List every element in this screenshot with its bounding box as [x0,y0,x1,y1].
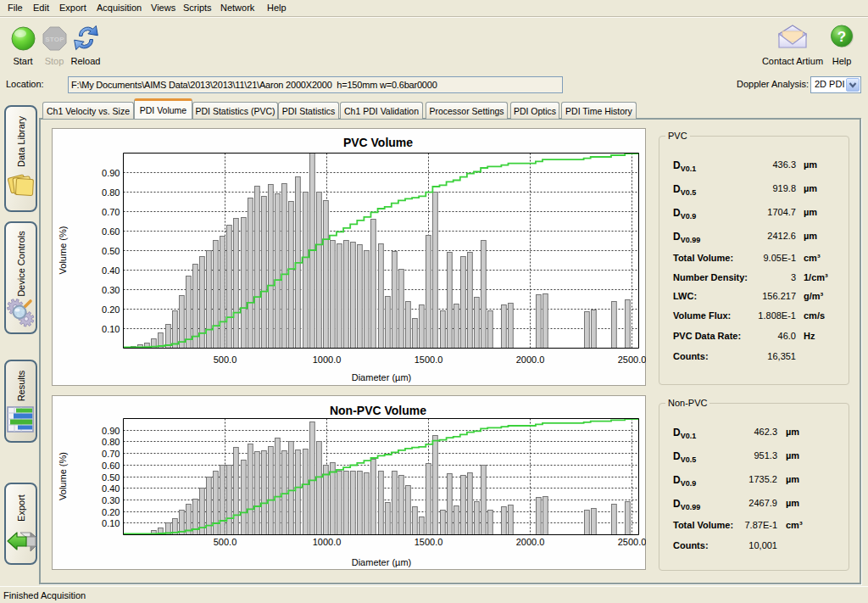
svg-text:0.40: 0.40 [102,483,120,494]
svg-text:STOP: STOP [45,36,64,43]
svg-text:0.50: 0.50 [102,472,120,483]
svg-text:0.10: 0.10 [102,324,120,334]
svg-text:0.70: 0.70 [102,207,120,217]
svg-text:2500.0: 2500.0 [618,537,646,547]
svg-text:1000.0: 1000.0 [313,355,342,365]
svg-text:0.30: 0.30 [102,285,120,295]
svg-text:0.90: 0.90 [102,426,120,436]
svg-text:Diameter (µm): Diameter (µm) [352,372,412,382]
svg-text:500.0: 500.0 [214,355,237,365]
svg-text:Diameter (µm): Diameter (µm) [352,557,412,567]
svg-text:2000.0: 2000.0 [516,537,545,547]
svg-text:0.80: 0.80 [102,187,120,198]
svg-text:500.0: 500.0 [214,537,237,547]
svg-text:1500.0: 1500.0 [415,355,443,365]
svg-text:Volume (%): Volume (%) [58,226,68,275]
svg-text:Non-PVC Volume: Non-PVC Volume [330,404,426,417]
svg-text:1500.0: 1500.0 [415,537,443,547]
svg-text:Volume (%): Volume (%) [58,452,68,500]
svg-text:0.50: 0.50 [102,246,120,256]
svg-text:0.30: 0.30 [102,495,120,505]
svg-text:0.20: 0.20 [102,507,120,517]
svg-text:0.80: 0.80 [102,437,120,447]
svg-text:0.60: 0.60 [102,461,120,471]
svg-text:0.40: 0.40 [102,265,120,276]
svg-text:0.90: 0.90 [102,168,120,178]
svg-text:2500.0: 2500.0 [618,355,646,365]
svg-text:PVC Volume: PVC Volume [343,136,413,149]
svg-text:0.60: 0.60 [102,226,120,237]
svg-text:2000.0: 2000.0 [516,355,545,365]
svg-text:0.70: 0.70 [102,449,120,459]
svg-text:0.20: 0.20 [102,304,120,315]
svg-text:1000.0: 1000.0 [313,537,342,547]
svg-text:?: ? [837,29,846,45]
svg-text:0.10: 0.10 [102,518,120,528]
